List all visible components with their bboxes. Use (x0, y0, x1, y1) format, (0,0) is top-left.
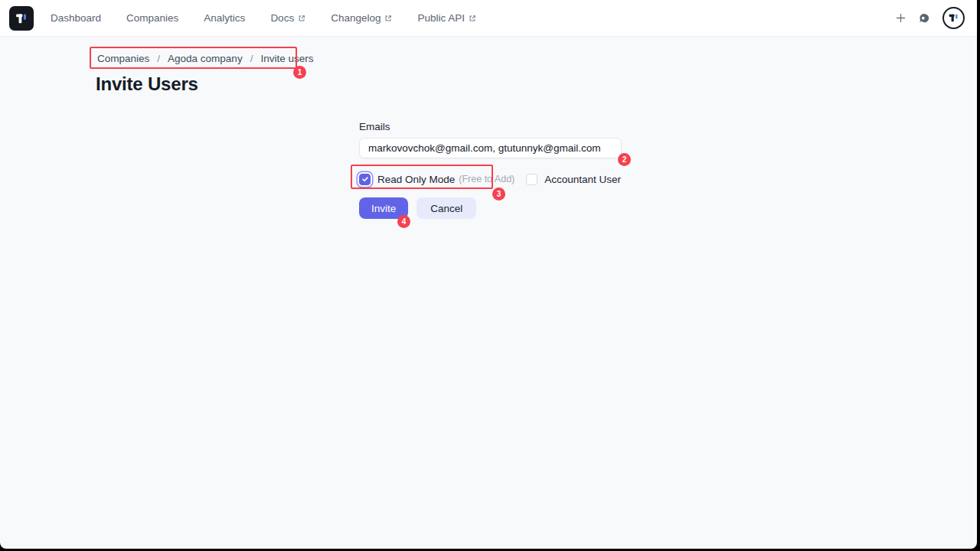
user-avatar[interactable] (942, 7, 965, 29)
invite-button[interactable]: Invite (359, 197, 408, 219)
nav-item-label: Dashboard (51, 12, 101, 24)
brand-t-icon (13, 10, 30, 27)
checkmark-icon (361, 175, 369, 183)
emails-label: Emails (359, 121, 622, 132)
emails-input[interactable] (359, 138, 622, 158)
page-title: Invite Users (96, 74, 977, 94)
nav-menu: Dashboard Companies Analytics Docs Chang… (51, 12, 476, 24)
top-nav: Dashboard Companies Analytics Docs Chang… (0, 0, 977, 37)
external-link-icon (384, 15, 392, 22)
nav-item-analytics[interactable]: Analytics (204, 12, 245, 24)
nav-item-label: Analytics (204, 12, 245, 24)
accountant-user-checkbox[interactable] (526, 174, 537, 185)
external-link-icon (469, 15, 476, 22)
read-only-mode-hint: (Free to Add) (459, 174, 514, 184)
breadcrumb-invite-users[interactable]: Invite users (260, 53, 313, 64)
breadcrumb-separator: / (250, 53, 253, 64)
checkbox-row: Read Only Mode (Free to Add) Accountant … (359, 173, 622, 185)
breadcrumb: Companies / Agoda company / Invite users (97, 53, 977, 64)
avatar-t-icon (947, 11, 960, 24)
support-button[interactable] (917, 11, 931, 25)
breadcrumb-agoda-company[interactable]: Agoda company (168, 53, 243, 64)
accountant-user-label[interactable]: Accountant User (544, 174, 621, 185)
nav-item-public-api[interactable]: Public API (417, 12, 476, 24)
nav-item-label: Public API (417, 12, 465, 24)
app-window: Dashboard Companies Analytics Docs Chang… (0, 0, 977, 549)
nav-item-label: Docs (270, 12, 294, 24)
read-only-mode-label[interactable]: Read Only Mode (377, 174, 455, 185)
nav-item-label: Companies (126, 12, 178, 24)
external-link-icon (298, 15, 305, 22)
nav-item-companies[interactable]: Companies (126, 12, 178, 24)
breadcrumb-separator: / (157, 53, 160, 64)
read-only-mode-checkbox[interactable] (359, 174, 371, 185)
nav-item-docs[interactable]: Docs (270, 12, 305, 24)
brand-logo[interactable] (9, 6, 34, 31)
form-buttons: Invite Cancel (359, 197, 622, 219)
cancel-button[interactable]: Cancel (416, 197, 476, 219)
nav-item-label: Changelog (331, 12, 381, 24)
nav-actions (896, 7, 968, 29)
breadcrumb-companies[interactable]: Companies (97, 53, 149, 64)
invite-users-form: Emails Read Only Mode (Free to Add) Acco… (359, 121, 622, 219)
nav-item-dashboard[interactable]: Dashboard (51, 12, 101, 24)
nav-item-changelog[interactable]: Changelog (331, 12, 392, 24)
add-button[interactable] (896, 13, 906, 23)
plus-icon (896, 13, 906, 23)
support-chat-icon (917, 11, 931, 25)
